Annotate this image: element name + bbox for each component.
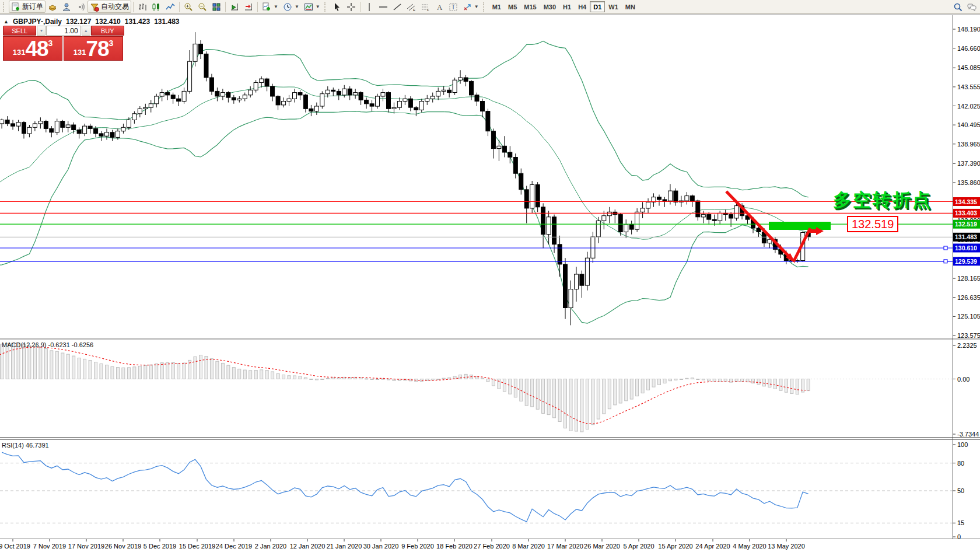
buy-button[interactable]: BUY xyxy=(91,26,124,36)
channel-button[interactable]: E xyxy=(404,1,418,13)
textA-icon: A xyxy=(435,2,444,12)
timeframe-H4[interactable]: H4 xyxy=(575,1,590,12)
line-handle[interactable] xyxy=(944,246,947,250)
market-watch-button[interactable] xyxy=(46,1,60,13)
svg-text:E: E xyxy=(413,8,415,12)
rsi-label: RSI(14) 46.7391 xyxy=(2,442,49,449)
tline-icon xyxy=(393,2,402,12)
toolbar-grip xyxy=(483,2,487,12)
toolbar-separator xyxy=(179,2,180,12)
cursor-button[interactable] xyxy=(330,1,344,13)
symbol-info-bar: ▲ GBPJPY-,Daily 132.127 132.410 131.423 … xyxy=(4,18,180,26)
bar-chart-button[interactable] xyxy=(135,1,149,13)
green-highlight-rectangle[interactable] xyxy=(769,222,831,230)
autotrade-button[interactable]: 自动交易 xyxy=(88,1,131,13)
candle-chart-button[interactable] xyxy=(149,1,163,13)
template-icon xyxy=(304,2,313,12)
price-tag-label[interactable]: 132.519 xyxy=(847,216,898,232)
price-tick-label: 137.390 xyxy=(957,160,980,167)
hline-button[interactable] xyxy=(376,1,390,13)
trendline-button[interactable] xyxy=(390,1,404,13)
hline-icon xyxy=(379,2,388,12)
autotrade-button-label: 自动交易 xyxy=(101,2,129,12)
sell-price-big: 48 xyxy=(25,39,48,59)
indicators-button[interactable]: ▼ xyxy=(260,1,281,13)
text-button[interactable]: A xyxy=(432,1,446,13)
collapse-panel-icon[interactable]: ▲ xyxy=(4,19,9,25)
chart-shift-button[interactable] xyxy=(242,1,256,13)
autotrade-icon xyxy=(90,2,99,12)
chevron-down-icon: ▼ xyxy=(295,4,299,9)
tile-windows-button[interactable] xyxy=(209,1,223,13)
date-tick-label: 27 Feb 2020 xyxy=(474,543,510,550)
auto-scroll-button[interactable] xyxy=(228,1,242,13)
price-tick-label: 146.660 xyxy=(957,45,980,52)
periods-button[interactable]: ▼ xyxy=(281,1,302,13)
zoomin-icon xyxy=(184,2,193,12)
price-tick-label: 123.575 xyxy=(957,332,980,339)
price-tick-label: 140.495 xyxy=(957,121,980,128)
rsi-tick-label: 0 xyxy=(957,533,961,540)
one-click-trade-panel: SELL ▼ 1.00 ▲ BUY 131483 131783 xyxy=(3,26,124,61)
price-tick-label: 142.025 xyxy=(957,103,980,110)
sell-button[interactable]: SELL xyxy=(3,26,36,36)
signals-button[interactable] xyxy=(74,1,88,13)
chartbars-icon xyxy=(138,2,147,12)
timeframe-D1[interactable]: D1 xyxy=(590,1,605,12)
svg-text:F: F xyxy=(427,8,429,12)
date-tick-label: 15 Apr 2020 xyxy=(658,543,692,550)
zoom-in-button[interactable] xyxy=(181,1,195,13)
vline-button[interactable] xyxy=(362,1,376,13)
rsi-tick-label: 15 xyxy=(957,519,964,526)
buy-price-small: 131 xyxy=(74,48,86,57)
timeframe-W1[interactable]: W1 xyxy=(605,1,622,12)
price-tick-label: 138.965 xyxy=(957,141,980,148)
timeframe-M15[interactable]: M15 xyxy=(520,1,540,12)
crosshair-button[interactable] xyxy=(344,1,358,13)
timeframe-MN[interactable]: MN xyxy=(622,1,639,12)
zoom-out-button[interactable] xyxy=(195,1,209,13)
price-tick-label: 125.105 xyxy=(957,313,980,320)
price-tick-label: 143.555 xyxy=(957,83,980,90)
new-order-button[interactable]: 新订单 xyxy=(9,1,46,13)
macd-label: MACD(12,26,9) -0.6231 -0.6256 xyxy=(2,341,93,348)
timeframe-M5[interactable]: M5 xyxy=(505,1,520,12)
timeframe-H1[interactable]: H1 xyxy=(559,1,575,12)
date-tick-label: 21 Jan 2020 xyxy=(327,543,362,550)
volume-input[interactable]: 1.00 xyxy=(46,26,80,36)
date-tick-label: 2 Jan 2020 xyxy=(255,543,286,550)
timeframe-M1[interactable]: M1 xyxy=(489,1,505,12)
toolbar-separator xyxy=(360,2,360,12)
date-tick-label: 15 Dec 2019 xyxy=(179,543,215,550)
navigator-button[interactable] xyxy=(60,1,74,13)
sell-price-button[interactable]: 131483 xyxy=(3,36,62,61)
date-tick-label: 13 May 2020 xyxy=(768,543,805,550)
svg-text:T: T xyxy=(452,4,455,11)
ohlc-open: 132.127 xyxy=(66,18,91,26)
buy-price-button[interactable]: 131783 xyxy=(64,36,123,61)
search-icon xyxy=(953,2,963,12)
sell-price-small: 131 xyxy=(13,48,26,57)
price-badge-label: 129.539 xyxy=(955,258,977,265)
volume-up-button[interactable]: ▲ xyxy=(82,26,90,36)
book-icon xyxy=(48,2,57,12)
fibonacci-button[interactable]: F xyxy=(418,1,432,13)
line-chart-button[interactable] xyxy=(163,1,177,13)
volume-down-button[interactable]: ▼ xyxy=(37,26,46,36)
date-tick-label: 7 Nov 2019 xyxy=(33,543,66,550)
date-tick-label: 17 Mar 2020 xyxy=(547,543,583,550)
zoomout-icon xyxy=(198,2,207,12)
price-tick-label: 128.165 xyxy=(957,275,980,282)
search-button[interactable] xyxy=(951,1,965,13)
buy-price-pip: 3 xyxy=(109,39,114,48)
arrows-button[interactable]: ▼ xyxy=(460,1,481,13)
chinese-note-text[interactable]: 多空转折点 xyxy=(833,188,932,212)
date-tick-label: 30 Jan 2020 xyxy=(363,543,399,550)
label-button[interactable]: T xyxy=(446,1,460,13)
chat-button[interactable] xyxy=(965,1,979,13)
date-tick-label: 4 May 2020 xyxy=(733,543,766,550)
templates-button[interactable]: ▼ xyxy=(302,1,323,13)
timeframe-M30[interactable]: M30 xyxy=(540,1,559,12)
line-handle[interactable] xyxy=(944,260,947,263)
price-badge-label: 130.610 xyxy=(955,244,977,251)
